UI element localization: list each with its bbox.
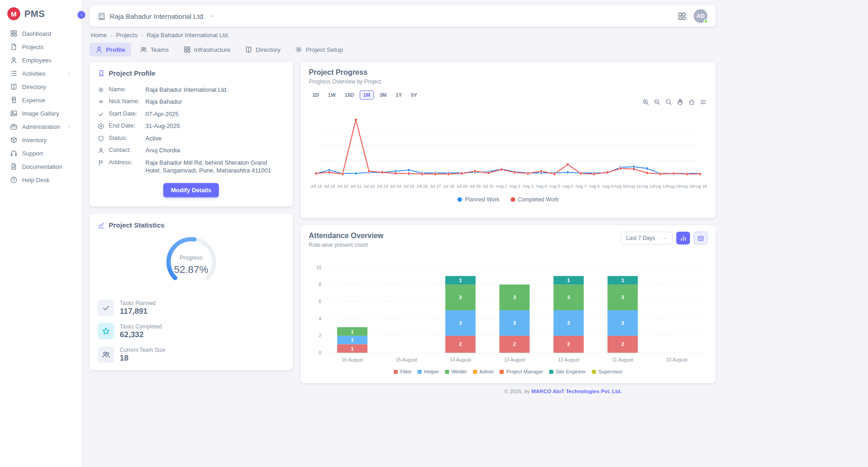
project-progress-chart[interactable]: Jul 18Jul 19Jul 20Jul 21Jul 22Jul 23Jul … xyxy=(309,106,707,194)
legend-admin[interactable]: Admin xyxy=(473,369,494,374)
gear-icon xyxy=(98,87,104,93)
attendance-chart[interactable]: 024681011116 August15 August233114 Augus… xyxy=(309,264,707,367)
sidebar-item-help-desk[interactable]: Help Desk xyxy=(3,173,79,186)
svg-text:Jul 22: Jul 22 xyxy=(363,184,375,189)
tab-infrastructure[interactable]: Infrastructure xyxy=(178,43,237,56)
circle-x-icon xyxy=(98,123,104,129)
sidebar-menu: DashboardProjectsEmployeesActivitiesDire… xyxy=(0,27,82,186)
sidebar-item-expense[interactable]: Expense xyxy=(3,94,79,106)
breadcrumb-item-home[interactable]: Home xyxy=(91,32,107,39)
sidebar-collapse-button[interactable] xyxy=(76,10,87,20)
range-button-1m[interactable]: 1M xyxy=(360,90,374,100)
svg-text:10 August: 10 August xyxy=(666,357,688,362)
range-button-1y[interactable]: 1Y xyxy=(392,90,405,100)
tab-profile[interactable]: Profile xyxy=(89,43,131,56)
sidebar-item-label: Administration xyxy=(22,123,60,130)
bar-chart-legend: FitterHelperWelderAdminProject ManagerSi… xyxy=(309,369,707,374)
profile-field-name-: Name:Raja Bahadur International Ltd. xyxy=(98,83,284,96)
field-value: Active xyxy=(145,134,161,143)
users-icon xyxy=(102,350,110,359)
svg-text:Aug 4: Aug 4 xyxy=(536,184,547,189)
modify-details-button[interactable]: Modify Details xyxy=(163,183,218,197)
breadcrumb-separator: › xyxy=(111,32,112,39)
headset-icon xyxy=(10,150,17,157)
range-button-1w[interactable]: 1W xyxy=(324,90,339,100)
svg-text:6: 6 xyxy=(318,299,321,304)
flag-icon xyxy=(98,160,104,166)
footer-link[interactable]: MARCO AIoT Technologies Pvt. Ltd. xyxy=(531,389,622,394)
zoom-in-icon[interactable] xyxy=(642,99,649,107)
breadcrumb-item-projects[interactable]: Projects xyxy=(116,32,138,39)
range-button-3m[interactable]: 3M xyxy=(376,90,390,100)
field-label: Status: xyxy=(109,134,141,141)
legend-project-manager[interactable]: Project Manager xyxy=(500,369,543,374)
table-view-toggle[interactable] xyxy=(694,232,707,245)
legend-supervisor[interactable]: Supervisor xyxy=(592,369,623,374)
tab-label: Profile xyxy=(106,46,125,53)
svg-text:3: 3 xyxy=(621,320,624,326)
company-name: Raja Bahadur International Ltd. xyxy=(110,12,205,20)
sidebar-item-image-gallary[interactable]: Image Gallary xyxy=(3,107,79,120)
svg-text:Aug 10: Aug 10 xyxy=(614,184,627,189)
apps-grid-button[interactable] xyxy=(678,12,686,21)
user-icon xyxy=(10,56,17,64)
sidebar-item-inventory[interactable]: Inventory xyxy=(3,133,79,146)
profile-card-title: Project Profile xyxy=(109,69,156,77)
chart-view-toggle[interactable] xyxy=(676,232,690,245)
breadcrumb-separator: › xyxy=(141,32,143,39)
range-button-5y[interactable]: 5Y xyxy=(407,90,421,100)
svg-text:1: 1 xyxy=(351,337,354,343)
sidebar-item-support[interactable]: Support xyxy=(3,147,79,160)
svg-text:Aug 16: Aug 16 xyxy=(693,184,707,189)
tab-teams[interactable]: Teams xyxy=(134,43,175,56)
avatar[interactable]: AD xyxy=(694,9,707,23)
company-selector[interactable]: Raja Bahadur International Ltd. xyxy=(98,12,215,20)
shield-icon xyxy=(98,135,104,142)
sidebar-item-documentation[interactable]: Documentation xyxy=(3,160,79,173)
legend-welder[interactable]: Welder xyxy=(445,369,467,374)
tab-project-setup[interactable]: Project Setup xyxy=(289,43,349,56)
legend-label: Admin xyxy=(479,369,494,374)
sidebar-item-administration[interactable]: Administration xyxy=(3,120,79,133)
menu-icon[interactable] xyxy=(700,99,707,107)
svg-text:Jul 28: Jul 28 xyxy=(443,184,454,189)
sidebar-item-activities[interactable]: Activities xyxy=(3,67,79,80)
range-button-1d[interactable]: 1D xyxy=(309,90,323,100)
pan-hand-icon[interactable] xyxy=(677,99,684,107)
svg-text:3: 3 xyxy=(567,320,570,326)
pan-hand-icon xyxy=(677,99,684,106)
sidebar-item-directory[interactable]: Directory xyxy=(3,80,79,93)
svg-text:2: 2 xyxy=(513,341,516,347)
app-logo[interactable]: M PMS xyxy=(0,0,82,27)
svg-text:11 August: 11 August xyxy=(612,357,633,362)
legend-label: Planned Work xyxy=(465,196,499,203)
sidebar-item-label: Dashboard xyxy=(22,30,51,37)
svg-text:Jul 20: Jul 20 xyxy=(337,184,348,189)
period-select[interactable]: Last 7 Days xyxy=(621,232,673,245)
progress-gauge: Progress 52.87% xyxy=(163,234,220,290)
users-icon xyxy=(140,46,147,53)
grid-icon xyxy=(184,46,191,53)
svg-text:2: 2 xyxy=(318,333,321,338)
sidebar-item-dashboard[interactable]: Dashboard xyxy=(3,27,79,40)
sidebar-item-label: Expense xyxy=(22,97,45,104)
footer: © 2025, by MARCO AIoT Technologies Pvt. … xyxy=(300,389,716,394)
magnifier-icon xyxy=(665,99,672,106)
legend-site-engineer[interactable]: Site Engineer xyxy=(549,369,586,374)
svg-text:Jul 19: Jul 19 xyxy=(323,184,335,189)
legend-fitter[interactable]: Fitter xyxy=(394,369,412,374)
svg-text:Aug 7: Aug 7 xyxy=(575,184,586,189)
project-progress-card: Project Progress Progress Overview by Pr… xyxy=(300,62,716,218)
sidebar-item-projects[interactable]: Projects xyxy=(3,40,79,53)
sidebar-item-employees[interactable]: Employees xyxy=(3,54,79,67)
range-button-15d[interactable]: 15D xyxy=(341,90,358,100)
zoom-in-icon xyxy=(642,99,649,106)
legend-planned-work[interactable]: Planned Work xyxy=(457,196,499,203)
home-icon[interactable] xyxy=(688,99,695,107)
tab-directory[interactable]: Directory xyxy=(239,43,286,56)
legend-completed-work[interactable]: Completed Work xyxy=(511,196,559,203)
stat-rows: Tasks Planned117,891Tasks Completed62,33… xyxy=(98,300,284,363)
magnifier-icon[interactable] xyxy=(665,99,672,107)
zoom-out-icon[interactable] xyxy=(654,99,661,107)
legend-helper[interactable]: Helper xyxy=(417,369,439,374)
